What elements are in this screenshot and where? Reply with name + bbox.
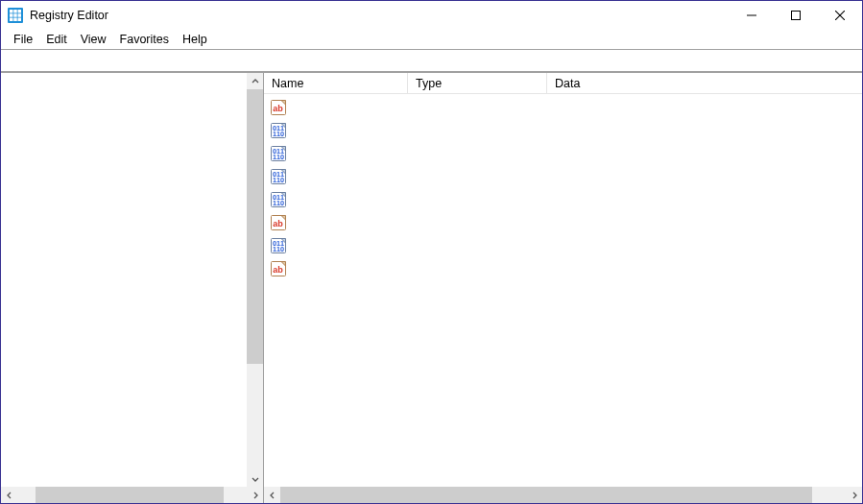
close-button[interactable] xyxy=(818,1,862,30)
values-list[interactable] xyxy=(264,94,862,487)
menu-file[interactable]: File xyxy=(7,32,39,47)
reg-string-icon xyxy=(270,214,287,231)
value-row[interactable] xyxy=(268,142,858,165)
value-row[interactable] xyxy=(268,257,858,280)
maximize-button[interactable] xyxy=(774,1,818,30)
values-pane: Name Type Data xyxy=(264,73,862,503)
scroll-left-icon[interactable] xyxy=(264,487,280,503)
value-row[interactable] xyxy=(268,234,858,257)
value-row[interactable] xyxy=(268,96,858,119)
registry-editor-window: Registry Editor File Edit View Favorites… xyxy=(0,0,863,504)
reg-binary-icon xyxy=(270,237,287,254)
column-header-name[interactable]: Name xyxy=(264,73,408,93)
scrollbar-track[interactable] xyxy=(247,89,263,470)
svg-rect-7 xyxy=(10,18,13,22)
tree-vertical-scrollbar[interactable] xyxy=(247,73,263,487)
scroll-down-icon[interactable] xyxy=(247,470,263,487)
svg-rect-1 xyxy=(10,10,13,13)
content-area: Name Type Data xyxy=(1,72,862,503)
svg-rect-4 xyxy=(10,13,13,17)
scroll-left-icon[interactable] xyxy=(1,487,17,503)
tree-pane xyxy=(1,73,264,503)
column-header-type[interactable]: Type xyxy=(408,73,547,93)
scrollbar-track[interactable] xyxy=(280,487,846,503)
menu-help[interactable]: Help xyxy=(176,32,214,47)
reg-string-icon xyxy=(270,260,287,277)
value-row[interactable] xyxy=(268,119,858,142)
regedit-app-icon xyxy=(8,8,23,23)
values-header: Name Type Data xyxy=(264,73,862,94)
scrollbar-thumb[interactable] xyxy=(247,89,263,364)
reg-string-icon xyxy=(270,99,287,116)
scrollbar-thumb[interactable] xyxy=(36,487,224,503)
minimize-button[interactable] xyxy=(730,1,774,30)
reg-binary-icon xyxy=(270,168,287,185)
svg-rect-6 xyxy=(18,13,22,17)
titlebar: Registry Editor xyxy=(1,1,862,30)
address-bar[interactable] xyxy=(1,49,862,72)
reg-binary-icon xyxy=(270,145,287,162)
window-controls xyxy=(730,1,862,30)
scrollbar-thumb[interactable] xyxy=(280,487,812,503)
value-row[interactable] xyxy=(268,211,858,234)
menu-edit[interactable]: Edit xyxy=(39,32,74,47)
reg-binary-icon xyxy=(270,122,287,139)
svg-rect-8 xyxy=(13,18,17,22)
svg-rect-3 xyxy=(18,10,22,13)
tree-horizontal-scrollbar[interactable] xyxy=(1,487,263,503)
reg-binary-icon xyxy=(270,191,287,208)
menu-view[interactable]: View xyxy=(74,32,113,47)
values-horizontal-scrollbar[interactable] xyxy=(264,487,862,503)
scrollbar-track[interactable] xyxy=(17,487,247,503)
menubar: File Edit View Favorites Help xyxy=(1,30,862,49)
svg-rect-9 xyxy=(18,18,22,22)
key-tree[interactable] xyxy=(1,73,247,487)
svg-rect-11 xyxy=(792,12,801,20)
window-title: Registry Editor xyxy=(30,9,108,22)
svg-rect-5 xyxy=(13,13,17,17)
menu-favorites[interactable]: Favorites xyxy=(113,32,176,47)
svg-rect-2 xyxy=(13,10,17,13)
scroll-up-icon[interactable] xyxy=(247,73,263,89)
scroll-right-icon[interactable] xyxy=(846,487,862,503)
scroll-right-icon[interactable] xyxy=(247,487,263,503)
column-header-data[interactable]: Data xyxy=(547,73,862,93)
value-row[interactable] xyxy=(268,188,858,211)
value-row[interactable] xyxy=(268,165,858,188)
